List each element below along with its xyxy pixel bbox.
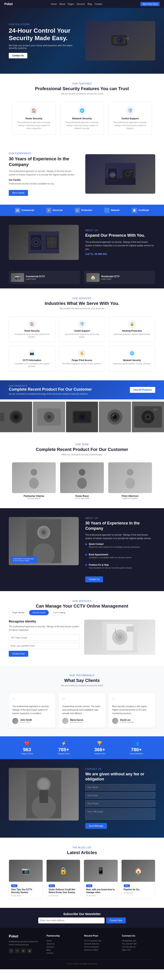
footer-link-blog[interactable]: Blog xyxy=(47,949,80,951)
footer-post-4[interactable]: Business Safety xyxy=(84,949,118,951)
svg-point-52 xyxy=(31,469,37,476)
gallery-img-5 xyxy=(132,402,164,432)
svg-rect-16 xyxy=(105,178,136,185)
nav-link-pages[interactable]: Pages xyxy=(68,3,74,5)
service-desc-1: Reach our team anytime for immediate sec… xyxy=(89,546,140,549)
author-role-1: Home Owner xyxy=(20,721,32,723)
testimonial-text-3: Best security company in the region. Hig… xyxy=(112,705,152,715)
team-title: Complete Recent Product For Our Customer xyxy=(9,447,155,452)
footer-post-3[interactable]: Home Protection xyxy=(84,946,118,948)
article-card-4[interactable]: 🏠 Blog Pipeline for Su... 26 Jan 2021 xyxy=(121,859,156,899)
svg-rect-51 xyxy=(153,409,158,411)
hero-text: Our Solutions 24-Hour Control Your Secur… xyxy=(9,23,74,58)
nav-cta-button[interactable]: Start Here Now xyxy=(140,2,159,6)
footer-link-services[interactable]: Services xyxy=(47,946,80,948)
tab-cctv-setting[interactable]: CCTV Setting xyxy=(50,610,69,615)
cta-button[interactable]: View All Products xyxy=(130,387,155,393)
tab-security-admin[interactable]: Security Admin xyxy=(29,610,49,615)
article-card-1[interactable]: 📷 Blog Give Tips You CCTV Security Syste… xyxy=(9,859,43,899)
footer-partnership-title: Partnership xyxy=(47,934,80,937)
nav-link-about[interactable]: About xyxy=(60,3,65,5)
svg-point-6 xyxy=(119,39,120,40)
heart-icon: ❤️ xyxy=(21,741,33,746)
tab-finger-identity[interactable]: Finger Identity xyxy=(9,610,28,615)
testimonials-label: Our Testimonials xyxy=(9,674,155,677)
svg-point-71 xyxy=(38,779,49,790)
service-desc-2: Schedule a consultation with our securit… xyxy=(89,556,132,559)
cctv-type-commercial[interactable]: 📷 Commercial CCTV Learn more xyxy=(9,271,80,284)
svg-rect-8 xyxy=(128,37,129,40)
contact-email-input[interactable] xyxy=(85,792,155,799)
footer-link-home[interactable]: Home xyxy=(47,940,80,942)
social-youtube-button[interactable]: yt xyxy=(27,948,32,953)
nav-link-contact[interactable]: Contact xyxy=(95,3,102,5)
experience-left: Our Experience 30 Years of Experience In… xyxy=(9,152,79,196)
expand-image xyxy=(9,225,79,260)
nav-link-home[interactable]: Home xyxy=(51,3,57,5)
contact-right: Contact Us We are given without any fee … xyxy=(85,768,155,829)
footer-link-contact[interactable]: Contact xyxy=(47,952,80,954)
expand-illustration xyxy=(28,231,59,253)
industry-useful-support: 🛡️ Useful Support Round the clock suppor… xyxy=(59,316,106,342)
footer-copyright: © 2021 Poket. All Rights Reserved. xyxy=(67,963,98,965)
article-card-3[interactable]: 📱 Blog Now, with you know-how to manage … xyxy=(84,859,118,899)
contact-name-input[interactable] xyxy=(85,784,155,791)
experience-description: The professional approach to security. T… xyxy=(9,170,79,177)
expand-description: The professional approach to security. T… xyxy=(85,240,155,251)
contact-message-input[interactable] xyxy=(85,808,155,820)
manage-tabs: Finger Identity Security Admin CCTV Sett… xyxy=(9,610,155,615)
testimonial-text-2: Outstanding security service. The team w… xyxy=(62,705,102,715)
nav-link-blog[interactable]: Blog xyxy=(87,3,92,5)
article-img-1: 📷 xyxy=(9,860,43,882)
hero-cta-button[interactable]: Contact Us xyxy=(9,53,27,58)
nav-link-services[interactable]: Services xyxy=(77,3,85,5)
footer-post-2[interactable]: Network Security xyxy=(84,943,118,945)
author-avatar-2 xyxy=(62,718,68,724)
stat-team: 👥 786+ Team Members xyxy=(129,741,143,755)
gallery-img-4 xyxy=(99,402,131,432)
team-photo-2 xyxy=(60,462,104,493)
hacking-protection-icon: 🔒 xyxy=(128,320,136,328)
hero-image xyxy=(85,21,155,60)
gallery-img-2 xyxy=(33,402,65,432)
cctv-type-residential[interactable]: 🏠 Residential CCTV Learn more xyxy=(84,271,155,284)
footer-grid: Poket Professional security solutions fo… xyxy=(9,934,155,955)
team-role-2: CCTV Specialist xyxy=(60,497,104,500)
about-contact-button[interactable]: Contact Us xyxy=(85,576,103,582)
social-twitter-button[interactable]: t xyxy=(15,948,20,953)
footer-link-about[interactable]: About Us xyxy=(47,943,80,945)
manage-input-2[interactable] xyxy=(9,643,80,649)
camera-illustration xyxy=(107,32,133,49)
articles-label: The Blog List xyxy=(9,846,155,849)
about-description: The professional approach to security. T… xyxy=(85,533,155,540)
team-label: Our Team xyxy=(9,443,155,446)
footer-connect-list: info@poket.com +01 234 567 890 123 Secur… xyxy=(122,940,156,951)
articles-title: Latest Articles xyxy=(9,850,155,855)
contact-submit-button[interactable]: Send Message xyxy=(85,823,107,829)
experience-section: Our Experience 30 Years of Experience In… xyxy=(0,143,164,205)
banner-label-certificate: Certificate xyxy=(139,209,149,212)
svg-point-35 xyxy=(48,416,50,418)
svg-point-40 xyxy=(80,415,84,419)
experience-cta-button[interactable]: More Details xyxy=(9,190,28,196)
ind-finger-desc: Biometric fingerprint access control sys… xyxy=(63,362,102,365)
newsletter-input[interactable] xyxy=(38,918,104,923)
svg-point-50 xyxy=(147,416,149,418)
footer-post-1[interactable]: CCTV Security Tips xyxy=(84,940,118,942)
manage-cta-button[interactable]: Contact Now xyxy=(9,651,28,657)
team-card-3: Pieter Albertson Network Engineer xyxy=(108,462,152,500)
testimonials-title: What Say Clients xyxy=(9,678,155,683)
cta-title: Complete Recent Product For Our Customer xyxy=(9,387,92,392)
newsletter-submit-button[interactable]: Contact Now xyxy=(106,918,126,923)
social-linkedin-button[interactable]: in xyxy=(21,948,26,953)
testimonial-2: ❝ Outstanding security service. The team… xyxy=(59,693,106,727)
manage-input-1[interactable] xyxy=(9,635,80,641)
contact-phone-input[interactable] xyxy=(85,800,155,807)
industries-subtitle: We provide the best security for your bu… xyxy=(9,307,155,310)
home-security-ind-icon: 🏠 xyxy=(28,320,36,328)
social-facebook-button[interactable]: f xyxy=(9,948,14,953)
industry-hacking-protection: 🔒 Hacking Protection Advanced protection… xyxy=(109,316,155,342)
article-card-2[interactable]: 🔒 Blog Under Defence Could Not Detect Kn… xyxy=(46,859,80,899)
author-role-3: Property Manager xyxy=(120,721,134,723)
hero-title: 24-Hour Control Your Security Made Easy. xyxy=(9,27,74,42)
